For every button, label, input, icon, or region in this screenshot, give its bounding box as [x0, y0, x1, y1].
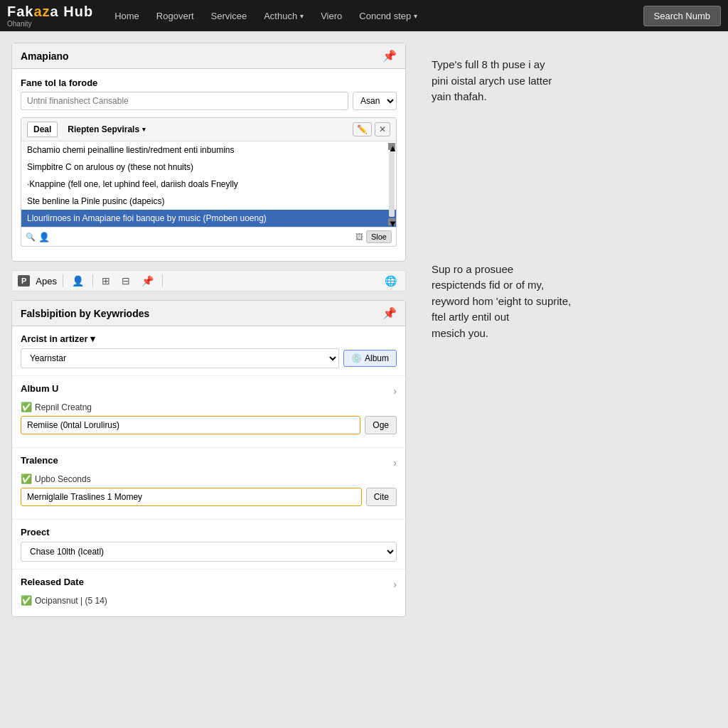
- album-button[interactable]: 💿 Album: [343, 350, 397, 367]
- main-layout: Amapiano 📌 Fane tol la forode Asan Deal …: [0, 31, 728, 637]
- list-item-4[interactable]: Llourlirnoes in Amapiane fioi banque by …: [21, 210, 396, 227]
- image-icon: 🖼: [355, 232, 363, 241]
- pin-icon[interactable]: 📌: [382, 49, 397, 63]
- toolbar-divider: [63, 274, 63, 287]
- field-row: Asan: [21, 92, 397, 110]
- dropdown-search-bar: 🔍 👤 🖼 Sloe: [21, 227, 396, 246]
- falsbipition-card-header: Falsbipition by Keywriodes 📌: [12, 301, 405, 326]
- amapiano-card-header: Amapiano 📌: [12, 43, 405, 69]
- artist-label: Arcist in artizer ▾: [21, 333, 397, 344]
- list-item-3[interactable]: Ste benline la Pinle pusinc (dapeics): [21, 193, 396, 210]
- tralence-label: Tralence: [21, 455, 58, 466]
- amapiano-title: Amapiano: [21, 50, 69, 62]
- dropdown-box-header: Deal Riepten Sepvirals ✏️ ✕: [21, 118, 396, 141]
- nav-logo: Fakaza Hub Ohanity: [7, 4, 93, 28]
- released-date-chevron[interactable]: ›: [393, 579, 397, 590]
- tralence-section: Tralence › ✅ Upbo Seconds Cite: [12, 448, 405, 520]
- pin-toolbar-icon[interactable]: 📌: [139, 274, 156, 288]
- cite-button[interactable]: Cite: [366, 488, 397, 506]
- toolbar-divider-3: [162, 274, 163, 287]
- right-panel: Type's full 8 th puse i ay pini oistal a…: [417, 43, 717, 626]
- field-select[interactable]: Asan: [353, 92, 397, 110]
- tab-deal[interactable]: Deal: [27, 122, 58, 137]
- dropdown-list[interactable]: ▲ ▼ Bchamio chemi peinalline liestin/red…: [21, 141, 396, 227]
- sloe-button[interactable]: Sloe: [366, 230, 392, 243]
- oge-button[interactable]: Oge: [365, 416, 397, 434]
- close-icon-btn[interactable]: ✕: [375, 122, 390, 136]
- album-u-section: Album U › ✅ Repnil Creatng Oge: [12, 376, 405, 448]
- nav-rogovert[interactable]: Rogovert: [149, 0, 201, 31]
- proect-select[interactable]: Chase 10lth (Iceatl): [21, 542, 397, 562]
- proect-section: Proect Chase 10lth (Iceatl): [12, 520, 405, 569]
- toolbar-bar: P Apes 👤 ⊞ ⊟ 📌 🌐: [11, 270, 406, 291]
- nav-viero[interactable]: Viero: [314, 0, 349, 31]
- grid-icon[interactable]: ⊟: [119, 274, 133, 288]
- dropdown-box: Deal Riepten Sepvirals ✏️ ✕ ▲ ▼: [21, 117, 397, 247]
- artist-select[interactable]: Yearnstar: [21, 348, 339, 368]
- falsbipition-card: Falsbipition by Keywriodes 📌 Arcist in a…: [11, 300, 406, 617]
- released-date-label: Released Date: [21, 577, 84, 587]
- search-button[interactable]: Search Numb: [643, 6, 721, 26]
- check-icon-album: ✅: [21, 402, 32, 412]
- falsbipition-title: Falsbipition by Keywriodes: [21, 308, 149, 319]
- annotation-2: Sup ro a prosuee respictends fid or of m…: [424, 255, 710, 349]
- nav-bar: Fakaza Hub Ohanity Home Rogovert Service…: [0, 0, 728, 31]
- nav-home[interactable]: Home: [107, 0, 146, 31]
- nav-logo-subtitle: Ohanity: [7, 20, 93, 28]
- tab-riepten[interactable]: Riepten Sepvirals: [62, 122, 151, 136]
- nav-concnd-step[interactable]: Concnd step: [352, 0, 424, 31]
- slider-area: 🖼 Sloe: [355, 230, 392, 243]
- toolbar-p-button[interactable]: P: [18, 275, 30, 287]
- user-icon: 👤: [38, 232, 50, 242]
- album-u-input[interactable]: [21, 416, 360, 434]
- nav-logo-title: Fakaza Hub: [7, 4, 93, 20]
- album-u-sub: ✅ Repnil Creatng: [21, 402, 397, 412]
- artist-section: Arcist in artizer ▾ Yearnstar 💿 Album: [12, 326, 405, 376]
- amapiano-card: Amapiano 📌 Fane tol la forode Asan Deal …: [11, 43, 406, 262]
- album-icon: 💿: [351, 353, 362, 363]
- user-toolbar-icon[interactable]: 👤: [69, 274, 87, 288]
- toolbar-apes-label: Apes: [36, 276, 57, 287]
- left-panel: Amapiano 📌 Fane tol la forode Asan Deal …: [11, 43, 406, 626]
- nav-servicee[interactable]: Servicee: [204, 0, 255, 31]
- nav-acthuch[interactable]: Acthuch: [257, 0, 311, 31]
- pin-icon-2[interactable]: 📌: [382, 306, 397, 320]
- released-date-sub: ✅ Ocipansnut | (5 14): [21, 595, 397, 606]
- list-item-1[interactable]: Simpbitre C on arulous oy (these not hnu…: [21, 159, 396, 176]
- field-label: Fane tol la forode: [21, 77, 397, 88]
- artist-row: Yearnstar 💿 Album: [21, 348, 397, 368]
- check-icon-tralence: ✅: [21, 473, 32, 484]
- search-icon: 🔍: [26, 232, 36, 242]
- proect-label: Proect: [21, 527, 397, 537]
- tralence-row: Cite: [21, 488, 397, 506]
- annotation-1: Type's full 8 th puse i ay pini oistal a…: [424, 50, 710, 112]
- tralence-input[interactable]: [21, 488, 362, 506]
- list-item-0[interactable]: Bchamio chemi peinalline liestin/redment…: [21, 141, 396, 159]
- amapiano-card-body: Fane tol la forode Asan Deal Riepten Sep…: [12, 69, 405, 261]
- toolbar-divider-2: [92, 274, 93, 287]
- album-u-row: Oge: [21, 416, 397, 434]
- edit-icon-btn[interactable]: ✏️: [353, 122, 372, 136]
- table-icon[interactable]: ⊞: [99, 274, 113, 288]
- list-item-2[interactable]: ·Knappine (fell one, let uphind feel, da…: [21, 176, 396, 193]
- album-u-label: Album U: [21, 383, 58, 394]
- globe-icon[interactable]: 🌐: [382, 274, 400, 288]
- album-u-chevron[interactable]: ›: [393, 385, 397, 397]
- check-icon-released: ✅: [21, 595, 32, 606]
- tralence-sub: ✅ Upbo Seconds: [21, 473, 397, 484]
- field-input[interactable]: [21, 92, 348, 110]
- tralence-chevron[interactable]: ›: [393, 457, 397, 469]
- released-date-section: Released Date › ✅ Ocipansnut | (5 14): [12, 569, 405, 616]
